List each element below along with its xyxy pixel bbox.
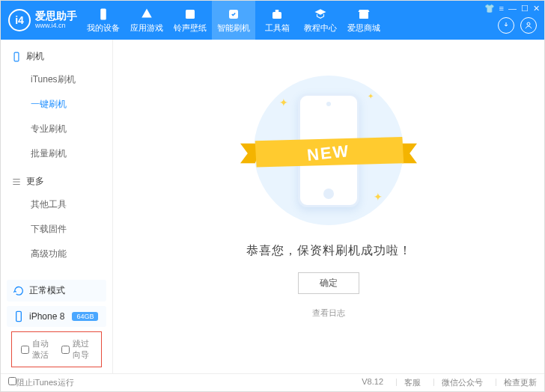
nav-apps-games[interactable]: 应用游戏: [125, 1, 168, 40]
statusbar: 阻止iTunes运行 V8.12 客服 微信公众号 检查更新: [1, 373, 544, 391]
nav-my-device[interactable]: 我的设备: [82, 1, 125, 40]
sparkle-icon: ✦: [374, 191, 383, 203]
mode-indicator[interactable]: 正常模式: [7, 280, 106, 301]
svg-rect-8: [16, 311, 22, 321]
app-url: www.i4.cn: [35, 22, 77, 30]
phone-illustration-icon: [298, 94, 359, 207]
phone-icon: [11, 52, 22, 62]
auto-activate-checkbox[interactable]: 自动激活: [21, 338, 52, 361]
device-name: iPhone 8: [29, 311, 64, 322]
sidebar-item-download-firmware[interactable]: 下载固件: [26, 217, 112, 242]
sidebar-item-pro-flash[interactable]: 专业刷机: [26, 117, 112, 141]
sparkle-icon: ✦: [368, 92, 374, 100]
view-log-link[interactable]: 查看日志: [312, 307, 345, 319]
nav-tutorials[interactable]: 教程中心: [299, 1, 342, 40]
user-account-button[interactable]: [520, 17, 537, 34]
sidebar-section-flash: 刷机: [1, 46, 112, 67]
success-illustration: ✦ ✦ ✦ NEW: [254, 76, 404, 225]
svg-rect-4: [275, 10, 279, 12]
logo: i4 爱思助手 www.i4.cn: [8, 9, 77, 31]
menu-icon: [11, 177, 22, 187]
win-menu-icon[interactable]: ≡: [499, 4, 504, 13]
top-nav: 我的设备 应用游戏 铃声壁纸 智能刷机 工具箱 教程中心 爱思商城: [82, 1, 386, 40]
svg-rect-1: [186, 10, 195, 19]
svg-rect-3: [272, 12, 281, 19]
app-name: 爱思助手: [35, 10, 77, 22]
nav-ringtones-wallpapers[interactable]: 铃声壁纸: [168, 1, 212, 40]
device-phone-icon: [13, 310, 25, 322]
win-close-icon[interactable]: ✕: [533, 4, 540, 13]
mode-label: 正常模式: [29, 284, 65, 297]
sidebar-item-advanced[interactable]: 高级功能: [26, 242, 112, 266]
svg-marker-9: [240, 144, 260, 163]
nav-toolbox[interactable]: 工具箱: [255, 1, 299, 40]
sidebar-item-oneclick-flash[interactable]: 一键刷机: [26, 92, 112, 117]
refresh-icon: [13, 285, 25, 297]
svg-point-6: [527, 22, 530, 25]
sidebar-item-itunes-flash[interactable]: iTunes刷机: [26, 67, 112, 92]
device-indicator[interactable]: iPhone 8 64GB: [7, 306, 106, 327]
footer-link-check-update[interactable]: 检查更新: [495, 377, 537, 388]
main-content: ✦ ✦ ✦ NEW 恭喜您，保资料刷机成功啦！ 确定 查看日志: [113, 40, 544, 373]
sidebar-item-batch-flash[interactable]: 批量刷机: [26, 141, 112, 166]
svg-rect-5: [359, 12, 368, 19]
footer-link-wechat[interactable]: 微信公众号: [433, 377, 483, 388]
device-storage-badge: 64GB: [72, 312, 98, 321]
version-label: V8.12: [353, 377, 383, 388]
download-button[interactable]: [498, 17, 514, 34]
sidebar: 刷机 iTunes刷机 一键刷机 专业刷机 批量刷机 更多 其他工具 下载固件 …: [1, 40, 113, 373]
win-minimize-icon[interactable]: —: [508, 4, 517, 13]
block-itunes-checkbox[interactable]: 阻止iTunes运行: [8, 377, 74, 388]
footer-link-support[interactable]: 客服: [395, 377, 421, 388]
skip-guide-checkbox[interactable]: 跳过向导: [61, 338, 93, 361]
success-message: 恭喜您，保资料刷机成功啦！: [246, 243, 412, 259]
sidebar-section-more: 更多: [1, 171, 112, 192]
titlebar: i4 爱思助手 www.i4.cn 我的设备 应用游戏 铃声壁纸 智能刷机 工具…: [1, 1, 544, 40]
logo-icon: i4: [8, 9, 31, 31]
sparkle-icon: ✦: [279, 97, 288, 108]
ok-button[interactable]: 确定: [298, 272, 359, 294]
svg-rect-7: [14, 52, 19, 61]
win-maximize-icon[interactable]: ☐: [521, 4, 529, 13]
nav-store[interactable]: 爱思商城: [342, 1, 386, 40]
svg-rect-0: [100, 8, 106, 19]
win-skin-icon[interactable]: 👕: [484, 4, 495, 13]
sidebar-item-other-tools[interactable]: 其他工具: [26, 192, 112, 217]
svg-marker-10: [398, 144, 417, 163]
options-highlight-box: 自动激活 跳过向导: [11, 331, 102, 367]
nav-smart-flash[interactable]: 智能刷机: [212, 1, 255, 40]
